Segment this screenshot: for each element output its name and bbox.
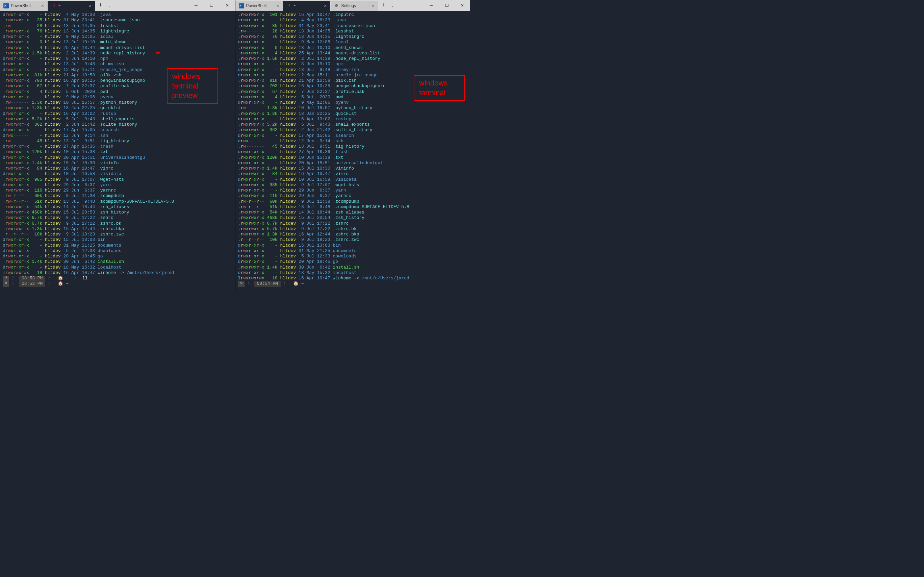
file-row: drwxr-xr-x - hltdev 29 Jun 6:37 .yarn <box>238 188 468 193</box>
file-row: drwxr-xr-x - hltdev 5 Jul 12:33 download… <box>238 254 468 259</box>
file-row: drwxr-xr-x - hltdev 20 Apr 18:45 go <box>238 259 468 264</box>
file-row: lrwxrwxrwx 18 hltdev 16 Apr 10:47 winhom… <box>238 276 468 281</box>
file-row: .rwxrwxr-x 101 hltdev 16 Apr 10:47 .inpu… <box>238 12 468 18</box>
terminal-left[interactable]: drwxr-xr-x - hltdev 4 May 18:33 .java.rw… <box>0 11 235 292</box>
powershell-icon: >_ <box>3 3 9 8</box>
file-row: .rw------- 28 hltdev 13 Jun 14:35 .lessh… <box>238 29 468 34</box>
file-row: .rwxrwxr-x 1.4k hltdev 30 Jun 6:42 insta… <box>3 259 232 264</box>
tab-powershell[interactable]: >_PowerShell× <box>0 1 47 11</box>
file-row: .rwxrwxr-x 1.3k hltdev 16 Apr 12:44 .zsh… <box>3 226 232 232</box>
prompt-time: 08:53 PM <box>19 276 45 281</box>
file-row: drwxr-xr-x - hltdev 20 Apr 18:45 go <box>3 254 232 259</box>
close-button[interactable]: ✕ <box>455 0 470 11</box>
file-row: .rwxrwxr-x 81k hltdev 21 Apr 10:58 .p10k… <box>3 73 232 78</box>
file-row: drwxr-xr-x - hltdev 9 May 12:06 .pyenv <box>238 100 468 105</box>
file-row: .rwxrwxr-x 116 hltdev 29 Jun 6:37 .yarnr… <box>3 188 232 193</box>
tab-close-button[interactable]: × <box>86 3 92 8</box>
file-row: drwxr-xr-x - hltdev 20 Apr 15:51 .univer… <box>238 160 468 166</box>
tab-[interactable]: ༄~× <box>48 1 95 11</box>
tab-close-button[interactable]: × <box>369 3 374 8</box>
file-row: .rwxrwxr-x 1.3k hltdev 18 Jan 22:25 .qui… <box>3 105 232 111</box>
window-controls-left: ─ ☐ ✕ <box>188 0 235 11</box>
file-row: drwxr-xr-x - hltdev 17 Apr 15:05 .ssearc… <box>3 127 232 133</box>
file-row: .rw-r--r-- 51k hltdev 13 Jul 9:48 .zcomp… <box>3 199 232 205</box>
close-button[interactable]: ✕ <box>219 0 235 11</box>
file-row: .rwxrwxr-x 4 hltdev 25 Apr 13:44 .mount-… <box>3 45 232 51</box>
file-row: .rwxrwxr-x 6.7k hltdev 9 Jul 17:22 .zshr… <box>3 215 232 221</box>
prompt-path: 🏠 ~ <box>55 276 71 281</box>
file-row: drwxr-xr-x - hltdev 27 Apr 16:36 .trash <box>238 149 468 155</box>
tab-[interactable]: ༄~× <box>283 1 330 11</box>
file-row: .rwxrwxr-x 1.3k hltdev 18 Jan 22:25 .qui… <box>238 111 468 116</box>
file-row: .rwxrwxr-x 1.4k hltdev 15 Jul 10:30 .vim… <box>238 166 468 171</box>
file-row: .rwxrwxr-x 5.2k hltdev 5 Jul 9:43 .shell… <box>238 122 468 127</box>
file-row: .rwxrwxr-x 4 hltdev 25 Apr 13:44 .mount-… <box>238 51 468 56</box>
file-row: .rwxrwxr-x 703 hltdev 16 Apr 10:25 .peng… <box>238 84 468 89</box>
file-row: .rwxrwxr-x 4 hltdev 5 Oct 2020 .pwd <box>3 89 232 95</box>
maximize-button[interactable]: ☐ <box>439 0 455 11</box>
tab-settings[interactable]: ⚙Settings× <box>331 1 378 11</box>
file-row: .rwxrwxr-x 35 hltdev 31 May 23:41 .jsonr… <box>3 18 232 23</box>
file-row: .rwxrwxr-x 6.7k hltdev 9 Jul 17:22 .zshr… <box>3 221 232 226</box>
tab-dropdown-button[interactable]: ⌄ <box>106 3 113 8</box>
file-row: drwxr-xr-x - hltdev 27 Apr 16:36 .trash <box>3 144 232 149</box>
file-row: .rwxrwxr-x 1.3k hltdev 16 Apr 12:44 .zsh… <box>238 232 468 237</box>
file-row: .rwxrwxr-x 76 hltdev 13 Jun 14:35 .light… <box>3 29 232 34</box>
tab-label: PowerShell <box>246 3 267 8</box>
tabs-left: >_PowerShell×༄~× <box>0 0 95 11</box>
tab-close-button[interactable]: × <box>274 3 279 8</box>
file-row: .rwxrwxr-x 4 hltdev 5 Oct 2020 .pwd <box>238 95 468 100</box>
file-row: .rwxrwxr-x 1.4k hltdev 15 Jul 10:30 .vim… <box>3 160 232 166</box>
minimize-button[interactable]: ─ <box>423 0 439 11</box>
file-row: drwxr-xr-x - hltdev 31 May 21:25 documen… <box>238 248 468 254</box>
file-row: .rwxrwxr-x 6.7k hltdev 9 Jul 17:22 .zshr… <box>238 226 468 232</box>
file-row: drwx------ - hltdev 12 Jun 9:14 .ssh <box>3 133 232 139</box>
file-row: .r--r--r-- 10k hltdev 9 Jul 18:23 .zshrc… <box>3 232 232 237</box>
file-row: .rwxrwxr-x 985 hltdev 9 Jul 17:07 .wget-… <box>238 182 468 188</box>
file-row: drwxr-xr-x - hltdev 17 Apr 15:05 .ssearc… <box>238 133 468 139</box>
file-row: drwxr-xr-x - hltdev 29 Jun 6:37 .yarn <box>3 182 232 188</box>
file-row: .rw-r--r-- 51k hltdev 13 Jul 9:48 .zcomp… <box>238 205 468 210</box>
maximize-button[interactable]: ☐ <box>204 0 219 11</box>
file-row: drwxr-xr-x - hltdev 18 May 15:32 localho… <box>238 270 468 276</box>
tab-close-button[interactable]: × <box>321 3 327 8</box>
file-row: drwxr-xr-x - hltdev 8 Jun 19:10 .npm <box>3 56 232 61</box>
new-tab-button[interactable]: + <box>378 2 389 9</box>
file-row: drwxr-xr-x - hltdev 31 May 21:25 documen… <box>3 243 232 248</box>
file-row: drwx------ - hltdev 12 Jun 9:14 .ssh <box>238 139 468 144</box>
prompt-time: 08:54 PM <box>254 281 281 287</box>
file-row: drwxr-xr-x - hltdev 4 May 18:33 .java <box>238 18 468 23</box>
file-row: drwxr-xr-x - hltdev 9 May 12:06 .pyenv <box>3 95 232 100</box>
tab-dropdown-button[interactable]: ⌄ <box>388 3 396 8</box>
file-row: .r--r--r-- 10k hltdev 9 Jul 18:23 .zshrc… <box>238 237 468 243</box>
prompt-line-2: ༄〉08:53 PM〉🏠 ~ <box>3 281 232 287</box>
file-row: .rw------- 1.3k hltdev 10 Jul 16:57 .pyt… <box>3 100 232 105</box>
window-controls-right: ─ ☐ ✕ <box>423 0 470 11</box>
prompt-command: ll <box>82 276 88 281</box>
prompt-time: 08:53 PM <box>19 281 45 287</box>
tab-powershell[interactable]: >_PowerShell× <box>235 1 283 11</box>
tab-label: ~ <box>294 3 296 8</box>
file-row: drwxr-xr-x - hltdev 15 Jul 13:03 bin <box>238 243 468 248</box>
debian-prompt-icon: ༄ <box>3 281 9 287</box>
titlebar-left: >_PowerShell×༄~× + ⌄ ─ ☐ ✕ <box>0 0 235 11</box>
file-row: .rwxrwxr-x 76 hltdev 13 Jun 14:35 .light… <box>238 34 468 40</box>
file-row: drwxr-xr-x - hltdev 15 Jul 13:03 bin <box>3 237 232 243</box>
file-row: .rwxrwxr-x 120k hltdev 10 Jun 15:38 .txt <box>238 155 468 160</box>
file-row: drwxr-xr-x - hltdev 20 Apr 15:51 .univer… <box>3 155 232 160</box>
file-row: .rwxrwxr-x 81k hltdev 21 Apr 10:58 .p10k… <box>238 78 468 84</box>
file-row: .rwxrwxr-x 1.4k hltdev 30 Jun 6:42 insta… <box>238 265 468 270</box>
file-row: .rwxrwxr-x 84 hltdev 16 Apr 10:47 .vimrc <box>3 166 232 171</box>
terminal-right[interactable]: .rwxrwxr-x 101 hltdev 16 Apr 10:47 .inpu… <box>235 11 470 292</box>
file-row: .rwxrwxr-x 0 hltdev 13 Jul 10:10 .motd_s… <box>3 40 232 45</box>
tab-label: PowerShell <box>11 3 31 8</box>
debian-icon: ༄ <box>51 3 56 8</box>
file-row: .rwxrwxr-x 67 hltdev 7 Jun 22:37 .profil… <box>238 89 468 95</box>
file-row: .rw------- 28 hltdev 13 Jun 14:35 .lessh… <box>3 23 232 29</box>
settings-icon: ⚙ <box>334 3 340 8</box>
tab-close-button[interactable]: × <box>39 3 44 8</box>
new-tab-button[interactable]: + <box>95 2 106 9</box>
windows-terminal-window: >_PowerShell×༄~×⚙Settings× + ⌄ ─ ☐ ✕ .rw… <box>235 0 470 292</box>
file-row: drwxr-xr-x - hltdev 10 Jul 16:58 .visida… <box>3 171 232 177</box>
minimize-button[interactable]: ─ <box>188 0 204 11</box>
